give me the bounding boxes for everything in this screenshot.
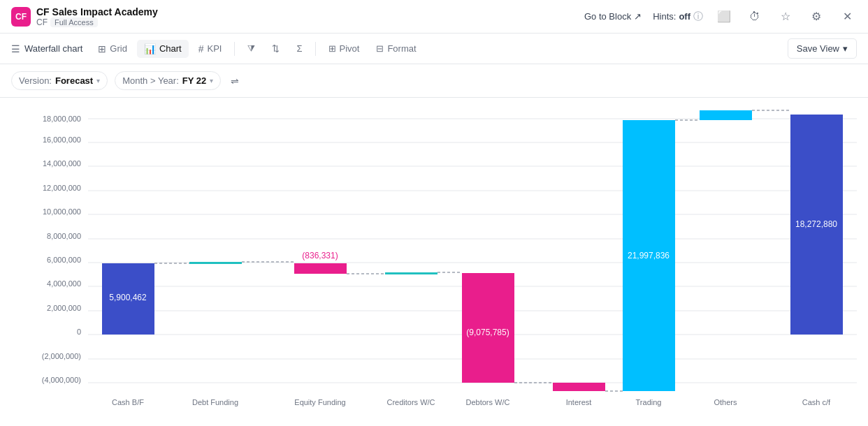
x-label-creditors: Creditors W/C xyxy=(386,398,435,406)
filters-bar: Version: Forecast ▾ Month > Year: FY 22 … xyxy=(0,64,868,98)
bar-equity-funding xyxy=(294,263,347,274)
chevron-down-icon: ▾ xyxy=(843,43,848,54)
toolbar-divider-1 xyxy=(234,42,235,56)
x-label-cash-cf: Cash c/f xyxy=(802,398,831,406)
date-chevron-icon: ▾ xyxy=(210,77,213,85)
pivot-icon: ⊞ xyxy=(328,43,336,54)
bar-cash-cf-label: 18,272,880 xyxy=(795,219,837,229)
y-label-0: 0 xyxy=(77,328,81,336)
toolbar: ☰ Waterfall chart ⊞ Grid 📊 Chart # KPI ⧩… xyxy=(0,34,868,64)
y-label-6m: 6,000,000 xyxy=(47,256,81,264)
document-icon[interactable]: ⬜ xyxy=(714,7,734,27)
bar-others xyxy=(700,110,752,120)
hash-icon: # xyxy=(198,43,204,54)
pivot-action[interactable]: ⊞ Pivot xyxy=(321,40,367,57)
sort-action[interactable]: ⇅ xyxy=(265,40,287,57)
bar-equity-funding-label: (836,331) xyxy=(302,251,338,260)
y-label-12m: 12,000,000 xyxy=(43,184,81,192)
history-icon[interactable]: ⏱ xyxy=(745,7,765,27)
y-label-neg2m: (2,000,000) xyxy=(42,352,81,360)
tab-kpi[interactable]: # KPI xyxy=(191,40,229,58)
toolbar-divider-2 xyxy=(315,42,316,56)
filter-action[interactable]: ⧩ xyxy=(240,40,262,58)
header-left: CF CF Sales Impact Academy CF Full Acces… xyxy=(11,6,158,27)
x-label-cash-bf: Cash B/F xyxy=(112,398,144,406)
toolbar-left: ☰ Waterfall chart ⊞ Grid 📊 Chart # KPI ⧩… xyxy=(11,40,785,58)
header-right: Go to Block ↗ Hints: off ⓘ ⬜ ⏱ ☆ ⚙ ✕ xyxy=(584,7,857,27)
star-icon[interactable]: ☆ xyxy=(776,7,795,27)
version-filter[interactable]: Version: Forecast ▾ xyxy=(11,71,108,90)
settings-icon[interactable]: ⚙ xyxy=(806,7,826,27)
x-label-debtors: Debtors W/C xyxy=(466,398,510,406)
app-icon: CF xyxy=(11,7,31,27)
y-label-4m: 4,000,000 xyxy=(47,279,81,288)
y-label-8m: 8,000,000 xyxy=(47,232,81,240)
sort-icon: ⇅ xyxy=(272,43,280,54)
version-chevron-icon: ▾ xyxy=(96,77,100,85)
info-icon: ⓘ xyxy=(693,10,703,23)
close-icon[interactable]: ✕ xyxy=(837,7,857,27)
grid-icon: ⊞ xyxy=(98,43,106,54)
filter-icon: ⧩ xyxy=(247,43,255,54)
save-view-button[interactable]: Save View ▾ xyxy=(788,38,857,59)
x-label-trading: Trading xyxy=(636,398,662,406)
y-label-14m: 14,000,000 xyxy=(43,159,81,168)
chart-icon: 📊 xyxy=(144,43,156,54)
sigma-icon: Σ xyxy=(296,43,302,54)
y-label-neg4m: (4,000,000) xyxy=(42,376,81,384)
x-label-equity: Equity Funding xyxy=(294,398,345,406)
bar-debt-funding xyxy=(189,262,242,264)
hints-badge: Hints: off ⓘ xyxy=(653,10,703,23)
waterfall-chart: 18,000,000 16,000,000 14,000,000 12,000,… xyxy=(11,105,857,426)
hamburger-icon: ☰ xyxy=(11,43,20,54)
y-label-2m: 2,000,000 xyxy=(47,304,81,312)
x-label-debt: Debt Funding xyxy=(192,398,238,406)
app-info: CF Sales Impact Academy CF Full Access xyxy=(36,6,158,27)
y-label-10m: 10,000,000 xyxy=(43,207,81,216)
goto-block-button[interactable]: Go to Block ↗ xyxy=(584,11,642,22)
chart-area: 18,000,000 16,000,000 14,000,000 12,000,… xyxy=(0,98,868,426)
bar-debtors-wc-label: (9,075,785) xyxy=(466,328,509,337)
x-label-interest: Interest xyxy=(566,398,592,406)
y-label-16m: 16,000,000 xyxy=(43,135,81,144)
bar-cash-bf-label: 5,900,462 xyxy=(109,293,147,302)
header: CF CF Sales Impact Academy CF Full Acces… xyxy=(0,0,868,34)
format-icon: ⊟ xyxy=(376,43,384,54)
bar-trading-label: 21,997,836 xyxy=(628,251,670,260)
y-label-18m: 18,000,000 xyxy=(43,115,81,123)
external-link-icon: ↗ xyxy=(634,11,642,22)
sync-icon[interactable]: ⇌ xyxy=(228,73,242,89)
full-access-badge: Full Access xyxy=(50,17,98,27)
app-title: CF Sales Impact Academy xyxy=(36,6,158,17)
format-action[interactable]: ⊟ Format xyxy=(369,40,423,57)
date-filter[interactable]: Month > Year: FY 22 ▾ xyxy=(115,71,221,90)
app-subtitle: CF Full Access xyxy=(36,17,158,27)
bar-creditors-wc xyxy=(385,272,437,274)
view-label: ☰ Waterfall chart xyxy=(11,43,82,54)
tab-grid[interactable]: ⊞ Grid xyxy=(91,40,134,58)
aggregate-action[interactable]: Σ xyxy=(289,40,309,57)
bar-interest xyxy=(553,383,605,391)
tab-chart[interactable]: 📊 Chart xyxy=(137,40,189,58)
x-label-others: Others xyxy=(714,398,737,406)
